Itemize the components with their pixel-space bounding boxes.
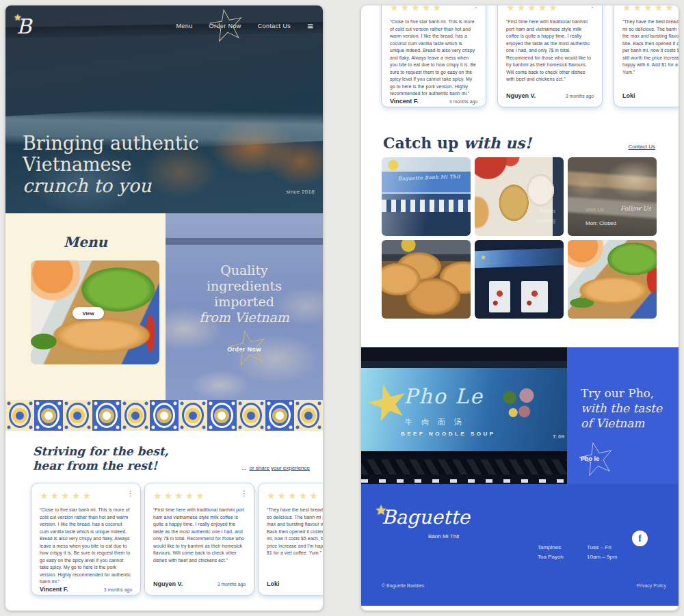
review-text: “They have the best bread and the banh m… bbox=[267, 507, 323, 557]
review-text: “They have the best bread and the banh m… bbox=[622, 18, 679, 76]
review-author: Nguyen V. bbox=[153, 580, 183, 587]
location-item[interactable]: Toa Payoh bbox=[538, 552, 564, 562]
hero-title: Bringing authentic Vietnamese crunch to … bbox=[23, 133, 199, 196]
site-header: ★ B Menu Order Now Contact Us ≡ bbox=[5, 15, 323, 42]
review-cards-row: ★★★★★ ⋮ “Close to five star banh mi. Thi… bbox=[31, 483, 323, 595]
footer-brand-name: Baguette bbox=[382, 506, 470, 528]
hours-days: Tues – Fri bbox=[587, 543, 617, 552]
nav-contact-us[interactable]: Contact Us bbox=[258, 23, 291, 29]
star-icon: ★ bbox=[14, 12, 22, 23]
tile-cream bbox=[5, 400, 34, 431]
hamburger-menu-icon[interactable]: ≡ bbox=[307, 22, 313, 30]
hours-time: 10am – 9pm bbox=[587, 552, 617, 562]
review-cards-row: ★★★★★ ⋮ “Close to five star banh mi. Thi… bbox=[381, 5, 679, 107]
tile-cream bbox=[179, 400, 207, 431]
review-author: Loki bbox=[267, 580, 280, 587]
browser-panel-bottom: ★★★★★ ⋮ “Close to five star banh mi. Thi… bbox=[361, 5, 679, 611]
pho-sign-chinese: 牛肉面汤 bbox=[405, 417, 471, 427]
review-time: 3 months ago bbox=[218, 582, 246, 587]
tile-blue bbox=[207, 400, 236, 431]
pho-sign-phone: T: 69 bbox=[553, 433, 564, 440]
browser-panel-top: ★ B Menu Order Now Contact Us ≡ Bringing… bbox=[5, 5, 323, 611]
lantern-caption: Events bbox=[540, 208, 555, 214]
share-experience-link: ..or share your experience bbox=[242, 465, 310, 471]
contact-us-link[interactable]: Contact Us bbox=[628, 144, 655, 150]
review-author: Loki bbox=[622, 92, 635, 99]
visit-us-caption: Visit Us bbox=[586, 206, 604, 213]
hours-caption: Mon: Closed bbox=[586, 220, 616, 226]
facebook-icon[interactable]: f bbox=[632, 531, 648, 546]
follow-us-caption: Follow Us bbox=[620, 205, 651, 212]
lantern-caption: Guylong bbox=[536, 217, 555, 224]
kebab-menu-icon[interactable]: ⋮ bbox=[473, 5, 479, 9]
gallery-bread-loaves[interactable] bbox=[382, 240, 471, 319]
gallery-storefront-night[interactable]: ★ bbox=[475, 240, 564, 319]
review-author: Vincent F. bbox=[390, 98, 419, 105]
review-text: “First time here with traditional banhmi… bbox=[153, 507, 246, 564]
kebab-menu-icon[interactable]: ⋮ bbox=[589, 5, 596, 9]
review-card: ★★★★★ ⋮ “They have the best bread and th… bbox=[258, 483, 323, 595]
nav-order-now[interactable]: Order Now bbox=[209, 23, 241, 29]
review-time: 3 months ago bbox=[566, 94, 594, 98]
star-rating: ★★★★★ bbox=[40, 490, 132, 501]
star-icon: ★ bbox=[375, 502, 387, 518]
review-card: ★★★★★ ⋮ “They have the best bread and th… bbox=[614, 5, 679, 107]
menu-column: Menu View bbox=[5, 213, 166, 400]
review-author: Nguyen V. bbox=[506, 92, 536, 99]
hero-section: ★ B Menu Order Now Contact Us ≡ Bringing… bbox=[5, 5, 323, 213]
banh-mi-photo[interactable]: View bbox=[31, 260, 159, 364]
catchup-heading: Catch up with us! bbox=[383, 134, 531, 152]
tile-blue bbox=[34, 400, 63, 431]
review-text: “Close to five star banh mi. This is mor… bbox=[40, 507, 132, 586]
tile-cream bbox=[237, 400, 265, 431]
tile-blue bbox=[150, 400, 179, 431]
footer-hours: Tues – Fri 10am – 9pm bbox=[587, 543, 617, 562]
tile-blue bbox=[92, 400, 121, 431]
awning-stripes bbox=[382, 200, 471, 212]
nav-menu[interactable]: Menu bbox=[176, 23, 192, 29]
footer-locations: Tampines Toa Payoh bbox=[538, 543, 564, 562]
star-rating: ★★★★★ bbox=[622, 5, 679, 13]
location-item[interactable]: Tampines bbox=[538, 543, 564, 552]
gallery-banh-mi[interactable] bbox=[568, 240, 657, 319]
main-nav: Menu Order Now Contact Us ≡ bbox=[176, 22, 313, 30]
tile-cream bbox=[294, 400, 323, 431]
pho-storefront-photo: Pho Le 牛肉面汤 BEEF NOODLE SOUP T: 69 bbox=[361, 347, 567, 484]
review-card: ★★★★★ ⋮ “Close to five star banh mi. Thi… bbox=[381, 5, 486, 107]
fence-detail bbox=[361, 479, 567, 483]
site-logo[interactable]: ★ B bbox=[16, 16, 31, 37]
gallery-drink-cups[interactable]: Visit Us Follow Us Mon: Closed bbox=[568, 157, 657, 236]
menu-title: Menu bbox=[5, 234, 166, 250]
star-rating: ★★★★★ bbox=[153, 490, 246, 501]
gallery-lanterns[interactable]: Events Guylong bbox=[475, 157, 564, 236]
tile-pattern-strip bbox=[5, 400, 323, 431]
privacy-policy-link[interactable]: Privacy Policy bbox=[636, 583, 666, 588]
star-rating: ★★★★★ bbox=[267, 490, 323, 501]
awning-stripes bbox=[361, 459, 567, 474]
site-footer: ★ Baguette Bánh Mì Thịt Tampines Toa Pay… bbox=[361, 484, 679, 606]
star-rating: ★★★★★ bbox=[390, 5, 477, 13]
review-text: “Close to five star banh mi. This is mor… bbox=[390, 18, 477, 98]
kebab-menu-icon[interactable]: ⋮ bbox=[241, 490, 248, 497]
tile-cream bbox=[121, 400, 150, 431]
pho-cta-panel: Try our Pho, with the taste of Vietnam P… bbox=[567, 347, 679, 484]
storefront-banner: ★ bbox=[475, 248, 564, 269]
review-time: 3 months ago bbox=[104, 587, 132, 592]
gallery-storefront-awning[interactable]: Baguette Banh Mi Thit bbox=[382, 157, 471, 236]
quality-heading: Quality ingredients imported from Vietna… bbox=[166, 213, 323, 325]
since-label: since 2018 bbox=[286, 189, 315, 195]
tile-blue bbox=[265, 400, 294, 431]
order-now-button[interactable]: Order Now bbox=[227, 346, 261, 353]
pho-sign: Pho Le 牛肉面汤 BEEF NOODLE SOUP T: 69 bbox=[361, 368, 567, 451]
pho-bowl-photo bbox=[492, 377, 548, 431]
star-rating: ★★★★★ bbox=[506, 5, 594, 13]
footer-logo: ★ Baguette bbox=[382, 507, 470, 528]
kebab-menu-icon[interactable]: ⋮ bbox=[127, 490, 134, 497]
pho-section: Pho Le 牛肉面汤 BEEF NOODLE SOUP T: 69 Try o… bbox=[361, 347, 679, 484]
photo-gallery: Baguette Banh Mi Thit Events Guylong Vis… bbox=[382, 157, 657, 319]
view-button[interactable]: View bbox=[73, 307, 104, 319]
awning-sign-text: Baguette Banh Mi Thit bbox=[398, 174, 461, 181]
star-icon: ★ bbox=[480, 253, 486, 260]
quality-column: Quality ingredients imported from Vietna… bbox=[166, 213, 323, 400]
pho-le-button[interactable]: Pho le bbox=[581, 455, 599, 462]
